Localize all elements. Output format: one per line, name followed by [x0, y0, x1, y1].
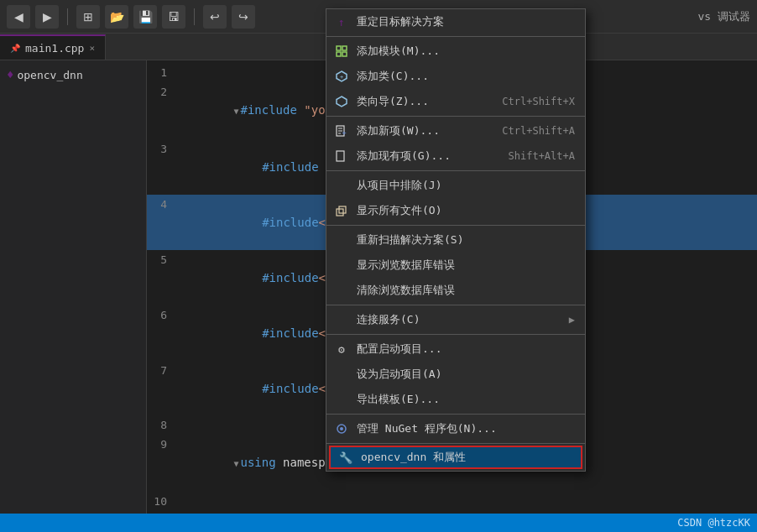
- properties-label: opencv_dnn 和属性: [361, 450, 571, 465]
- add-new-label: 添加新项(W)...: [357, 123, 495, 138]
- clear-db-errors-label: 清除浏览数据库错误: [357, 283, 575, 298]
- add-class-icon: +: [335, 70, 348, 83]
- show-db-errors-label: 显示浏览数据库错误: [357, 258, 575, 273]
- back-button[interactable]: ◀: [7, 5, 30, 29]
- menu-item-exclude[interactable]: 从项目中排除(J): [326, 173, 585, 198]
- class-wizard-label: 类向导(Z)...: [357, 94, 495, 109]
- svg-rect-0: [337, 46, 341, 50]
- menu-item-manage-nuget[interactable]: 管理 NuGet 程序包(N)...: [326, 416, 585, 441]
- show-all-icon: [335, 204, 348, 217]
- menu-sep-6: [326, 334, 585, 335]
- add-new-icon: +: [335, 124, 348, 138]
- svg-rect-14: [339, 206, 346, 213]
- menu-sep-1: [326, 36, 585, 37]
- project-item[interactable]: ♦ opencv_dnn: [0, 64, 146, 86]
- config-startup-label: 配置启动项目...: [357, 342, 575, 357]
- open-button[interactable]: 📂: [105, 5, 128, 29]
- menu-item-properties[interactable]: 🔧 opencv_dnn 和属性: [329, 446, 582, 469]
- menu-item-show-db-errors[interactable]: 显示浏览数据库错误: [326, 253, 585, 278]
- line-code-9: ▼using namespa: [177, 435, 332, 492]
- tab-pin-icon: 📌: [10, 44, 20, 53]
- menu-item-rescan[interactable]: 重新扫描解决方案(S): [326, 227, 585, 253]
- save-all-button[interactable]: 🖫: [162, 5, 185, 29]
- svg-rect-2: [337, 52, 341, 56]
- line-code-2: ▼#include "yolo: [177, 82, 340, 139]
- status-right: CSDN @htzcKK: [677, 517, 750, 529]
- debug-label: vs 调试器: [698, 9, 750, 24]
- undo-button[interactable]: ↩: [203, 5, 227, 29]
- menu-sep-7: [326, 414, 585, 415]
- svg-text:+: +: [340, 74, 343, 81]
- menu-item-class-wizard[interactable]: 类向导(Z)... Ctrl+Shift+X: [326, 89, 585, 114]
- add-existing-shortcut: Shift+Alt+A: [509, 150, 575, 162]
- svg-rect-13: [337, 209, 343, 216]
- set-startup-label: 设为启动项目(A): [357, 367, 575, 382]
- svg-rect-1: [342, 46, 347, 50]
- menu-item-clear-db-errors[interactable]: 清除浏览数据库错误: [326, 278, 585, 303]
- context-menu: ↑ 重定目标解决方案 添加模块(M)... + 添加类(C)... 类向导(Z)…: [326, 8, 586, 472]
- line-num-5: 5: [147, 251, 177, 269]
- retarget-icon: ↑: [335, 15, 348, 29]
- config-startup-icon: ⚙: [335, 342, 348, 356]
- menu-sep-8: [326, 443, 585, 444]
- menu-item-show-all[interactable]: 显示所有文件(O): [326, 198, 585, 223]
- fold-arrow-9[interactable]: ▼: [233, 459, 238, 468]
- connect-service-label: 连接服务(C): [357, 312, 562, 327]
- line-num-9: 9: [147, 436, 177, 454]
- menu-sep-5: [326, 305, 585, 305]
- show-all-label: 显示所有文件(O): [357, 203, 575, 218]
- redo-button[interactable]: ↪: [232, 5, 255, 29]
- line-num-7: 7: [147, 362, 177, 380]
- svg-point-16: [340, 427, 343, 430]
- export-template-label: 导出模板(E)...: [357, 392, 575, 407]
- tab-main1cpp[interactable]: 📌 main1.cpp ×: [0, 34, 106, 60]
- menu-item-config-startup[interactable]: ⚙ 配置启动项目...: [326, 336, 585, 362]
- svg-rect-3: [342, 52, 347, 56]
- line-num-4: 4: [147, 196, 177, 214]
- menu-item-export-template[interactable]: 导出模板(E)...: [326, 387, 585, 412]
- line-num-3: 3: [147, 140, 177, 159]
- properties-icon: 🔧: [339, 451, 352, 464]
- tab-close-button[interactable]: ×: [89, 43, 95, 54]
- add-existing-label: 添加现有项(G)...: [357, 149, 502, 164]
- menu-item-add-module[interactable]: 添加模块(M)...: [326, 39, 585, 64]
- add-class-label: 添加类(C)...: [357, 69, 575, 84]
- connect-service-arrow: ▶: [569, 314, 575, 326]
- menu-item-set-startup[interactable]: 设为启动项目(A): [326, 362, 585, 387]
- nuget-icon: [335, 422, 348, 436]
- forward-button[interactable]: ▶: [35, 5, 59, 29]
- add-module-label: 添加模块(M)...: [357, 44, 575, 59]
- menu-item-add-existing[interactable]: 添加现有项(G)... Shift+Alt+A: [326, 143, 585, 169]
- menu-sep-2: [326, 116, 585, 117]
- exclude-label: 从项目中排除(J): [357, 178, 575, 193]
- project-panel: ♦ opencv_dnn: [0, 60, 147, 532]
- add-existing-icon: [335, 149, 348, 163]
- line-num-6: 6: [147, 306, 177, 325]
- menu-sep-4: [326, 225, 585, 226]
- separator: [67, 8, 68, 25]
- svg-rect-12: [337, 151, 344, 161]
- line-num-2: 2: [147, 83, 177, 102]
- class-wizard-shortcut: Ctrl+Shift+X: [502, 96, 575, 107]
- tab-filename: main1.cpp: [25, 42, 84, 55]
- svg-marker-6: [337, 96, 347, 107]
- menu-item-add-new[interactable]: + 添加新项(W)... Ctrl+Shift+A: [326, 118, 585, 143]
- rescan-label: 重新扫描解决方案(S): [357, 232, 575, 248]
- menu-sep-3: [326, 170, 585, 171]
- svg-text:+: +: [342, 128, 347, 137]
- add-module-icon: [335, 44, 348, 58]
- add-new-shortcut: Ctrl+Shift+A: [502, 125, 575, 137]
- menu-item-retarget[interactable]: ↑ 重定目标解决方案: [326, 9, 585, 34]
- line-num-1: 1: [147, 64, 177, 82]
- save-button[interactable]: 💾: [133, 5, 157, 29]
- status-bar: CSDN @htzcKK: [0, 514, 757, 532]
- menu-item-connect-service[interactable]: 连接服务(C) ▶: [326, 307, 585, 332]
- separator2: [194, 8, 195, 25]
- new-item-button[interactable]: ⊞: [76, 5, 100, 29]
- fold-arrow-2[interactable]: ▼: [233, 107, 238, 116]
- class-wizard-icon: [335, 95, 348, 108]
- manage-nuget-label: 管理 NuGet 程序包(N)...: [357, 421, 575, 436]
- menu-item-add-class[interactable]: + 添加类(C)...: [326, 64, 585, 89]
- retarget-label: 重定目标解决方案: [357, 14, 575, 29]
- line-num-10: 10: [147, 493, 177, 511]
